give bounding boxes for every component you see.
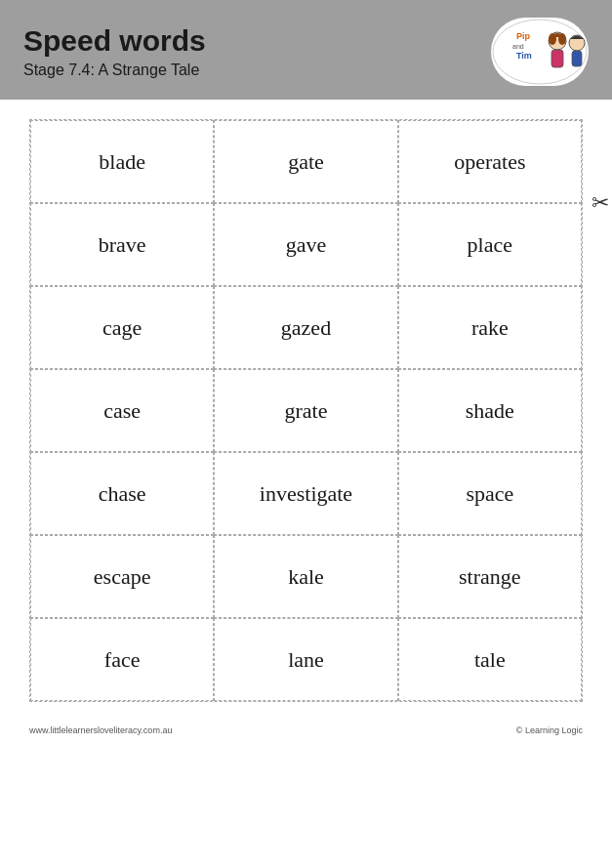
word-grid: bladegateoperatesbravegaveplacecagegazed… xyxy=(30,120,582,701)
svg-rect-5 xyxy=(551,50,563,67)
word-cell: brave xyxy=(30,203,214,286)
word-cell: strange xyxy=(398,535,582,618)
word-cell: investigate xyxy=(214,452,397,535)
word-cell: gave xyxy=(214,203,397,286)
word-cell: blade xyxy=(30,120,214,203)
word-cell: shade xyxy=(398,369,582,452)
word-cell: chase xyxy=(30,452,214,535)
header-text-block: Speed words Stage 7.4: A Strange Tale xyxy=(23,24,206,79)
word-cell: operates xyxy=(398,120,582,203)
svg-text:Pip: Pip xyxy=(516,31,531,41)
page-title: Speed words xyxy=(23,24,206,58)
svg-point-7 xyxy=(558,33,566,45)
logo: Pip and Tim xyxy=(491,18,589,86)
word-cell: kale xyxy=(214,535,397,618)
footer-copyright: © Learning Logic xyxy=(516,725,583,735)
word-cell: escape xyxy=(30,535,214,618)
word-cell: space xyxy=(398,452,582,535)
word-cell: rake xyxy=(398,286,582,369)
word-cell: cage xyxy=(30,286,214,369)
svg-text:and: and xyxy=(512,43,524,50)
page-footer: www.littlelearnersloveliteracy.com.au © … xyxy=(0,720,612,741)
word-cell: case xyxy=(30,369,214,452)
scissors-icon: ✂ xyxy=(592,190,609,216)
page-subtitle: Stage 7.4: A Strange Tale xyxy=(23,62,206,79)
word-cell: place xyxy=(398,203,582,286)
svg-rect-9 xyxy=(572,51,582,66)
svg-point-6 xyxy=(549,33,556,45)
word-cell: grate xyxy=(214,369,397,452)
word-cell: gazed xyxy=(214,286,397,369)
footer-url: www.littlelearnersloveliteracy.com.au xyxy=(29,725,172,735)
word-cell: gate xyxy=(214,120,397,203)
word-cell: lane xyxy=(214,618,397,701)
page-header: Speed words Stage 7.4: A Strange Tale Pi… xyxy=(0,0,612,100)
word-cell: face xyxy=(30,618,214,701)
main-content: bladegateoperatesbravegaveplacecagegazed… xyxy=(0,100,612,712)
svg-text:Tim: Tim xyxy=(516,51,532,61)
word-grid-container: bladegateoperatesbravegaveplacecagegazed… xyxy=(29,119,583,702)
word-cell: tale xyxy=(398,618,582,701)
